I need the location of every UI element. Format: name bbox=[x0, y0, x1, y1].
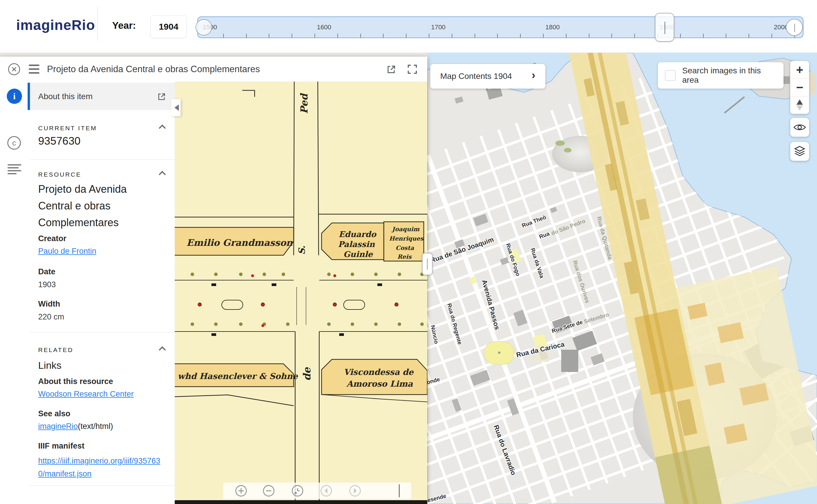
viewer-zoom-in-button[interactable] bbox=[235, 485, 247, 498]
sheet-edge bbox=[175, 500, 427, 504]
creator-link[interactable]: Paulo de Frontin bbox=[38, 247, 96, 256]
imaginerio-link[interactable]: imagineRio bbox=[38, 422, 78, 431]
parcel-label: Costa bbox=[396, 244, 414, 251]
parcel-label: Reis bbox=[397, 253, 412, 260]
compass-button[interactable] bbox=[790, 97, 809, 114]
viewer-menu-button[interactable] bbox=[29, 65, 39, 74]
historical-map-viewport[interactable]: Emilio Grandmasson Eduardo Palassin Guin… bbox=[175, 82, 427, 504]
map-canvas[interactable]: Rua de São Joaquim Rua Theó Rua Rua do F… bbox=[427, 53, 817, 504]
toolbar-divider bbox=[399, 484, 400, 497]
parcel-label: Amoroso Lima bbox=[346, 379, 413, 389]
width-label: Width bbox=[38, 300, 60, 309]
woodson-research-center-link[interactable]: Woodson Research Center bbox=[38, 390, 134, 399]
timeline-label-1800: 1800 bbox=[545, 23, 560, 31]
parcel-label: Joaquim bbox=[391, 226, 420, 233]
timeline-range-end-handle[interactable] bbox=[786, 19, 803, 36]
timeline-slider[interactable]: 1500 1600 1700 1800 1900 2000 bbox=[197, 16, 804, 38]
external-link-icon bbox=[156, 92, 166, 102]
about-item-external-button[interactable] bbox=[156, 92, 166, 102]
imaginerio-app: imagineRio Year: 1904 1500 1600 1700 180… bbox=[0, 0, 817, 504]
year-input[interactable]: 1904 bbox=[150, 15, 187, 38]
current-item-section-label: CURRENT ITEM bbox=[38, 125, 97, 132]
minus-circle-icon bbox=[263, 485, 275, 497]
viewer-reset-zoom-button[interactable] bbox=[291, 485, 304, 498]
chevron-right-icon: › bbox=[531, 70, 535, 81]
arrow-left-circle-icon bbox=[320, 485, 333, 497]
arrow-right-circle-icon bbox=[349, 485, 361, 497]
historical-map-svg[interactable]: Emilio Grandmasson Eduardo Palassin Guin… bbox=[175, 82, 427, 504]
resource-section-label: RESOURCE bbox=[38, 171, 81, 178]
iiif-manifest-label: IIIF manifest bbox=[38, 442, 85, 451]
map-contents-label: Map Contents 1904 bbox=[440, 72, 512, 81]
external-link-icon bbox=[386, 64, 397, 75]
search-area-control[interactable]: Search images in this area bbox=[658, 62, 784, 89]
metadata-sidebar: About this item CURRENT ITEM 9357630 RES… bbox=[30, 82, 175, 504]
viewer-icon-rail: i c bbox=[0, 82, 29, 504]
timeline-label-1600: 1600 bbox=[317, 23, 331, 31]
divider bbox=[97, 6, 98, 41]
map-zoom-controls: + − bbox=[790, 61, 809, 114]
minus-icon: − bbox=[796, 81, 804, 94]
plus-circle-icon bbox=[235, 485, 247, 497]
divider bbox=[30, 332, 175, 333]
iiif-viewer-panel: Projeto da Avenida Central e obras Compl… bbox=[0, 57, 427, 504]
viewer-header: Projeto da Avenida Central e obras Compl… bbox=[0, 57, 427, 82]
search-area-label: Search images in this area bbox=[682, 66, 777, 85]
viewer-previous-button[interactable] bbox=[320, 485, 333, 498]
street-name-ped: Ped bbox=[298, 93, 310, 114]
imaginerio-logo[interactable]: imagineRio bbox=[16, 17, 95, 33]
zoom-in-button[interactable]: + bbox=[790, 61, 809, 79]
parcel-label: Guinle bbox=[343, 250, 373, 259]
creator-label: Creator bbox=[38, 234, 66, 243]
resource-title: Projeto da Avenida Central e obras Compl… bbox=[38, 181, 161, 231]
parcel-label: whd Hasenclever & Sohne bbox=[178, 371, 298, 381]
layers-button[interactable] bbox=[790, 142, 809, 161]
timeline-range-start-handle[interactable] bbox=[195, 19, 212, 35]
active-tab-indicator bbox=[28, 83, 30, 110]
street-name-s: S. bbox=[297, 246, 307, 255]
timeline-current-year-thumb[interactable] bbox=[655, 13, 674, 42]
street-name-de: de bbox=[301, 367, 313, 381]
manifest-url-wrap: https://iiif.imaginerio.org/iiif/9357630… bbox=[38, 454, 164, 480]
parcel-label: Emilio Grandmasson bbox=[186, 237, 293, 248]
related-section-label: RELATED bbox=[38, 346, 73, 354]
viewer-toolbar bbox=[223, 483, 411, 499]
top-bar: imagineRio Year: 1904 1500 1600 1700 180… bbox=[0, 0, 817, 53]
viewer-next-button[interactable] bbox=[349, 485, 361, 498]
collapse-related-chevron[interactable] bbox=[158, 346, 165, 353]
plus-icon: + bbox=[796, 64, 804, 76]
collapse-current-item-chevron[interactable] bbox=[158, 124, 165, 131]
parcel-label: Viscondessa de bbox=[344, 367, 414, 377]
map-sheet bbox=[175, 82, 427, 504]
timeline-label-1700: 1700 bbox=[431, 23, 445, 31]
fullscreen-button[interactable] bbox=[407, 64, 418, 75]
copyright-tab-button[interactable]: c bbox=[7, 136, 21, 150]
manifest-url-link[interactable]: https://iiif.imaginerio.org/iiif/9357630… bbox=[38, 456, 160, 478]
about-item-label: About this item bbox=[38, 92, 92, 101]
open-external-button[interactable] bbox=[386, 64, 397, 75]
visibility-button[interactable] bbox=[790, 118, 809, 137]
timeline-ticks bbox=[201, 34, 800, 38]
viewer-title: Projeto da Avenida Central e obras Compl… bbox=[47, 64, 260, 75]
see-also-value: imagineRio(text/html) bbox=[38, 422, 113, 431]
close-viewer-button[interactable] bbox=[7, 62, 21, 76]
width-value: 220 cm bbox=[38, 312, 64, 322]
map-contents-button[interactable]: Map Contents 1904 › bbox=[430, 64, 545, 89]
compass-icon bbox=[796, 99, 803, 111]
layers-icon bbox=[794, 145, 806, 158]
sidebar-collapse-tab[interactable] bbox=[171, 99, 180, 116]
collapse-resource-chevron[interactable] bbox=[158, 171, 165, 178]
metadata-list-tab-button[interactable] bbox=[8, 164, 21, 176]
zoom-out-button[interactable]: − bbox=[790, 79, 809, 96]
about-item-header[interactable]: About this item bbox=[30, 83, 175, 110]
info-tab-button[interactable]: i bbox=[7, 89, 22, 104]
panel-resize-handle[interactable] bbox=[422, 253, 433, 275]
see-also-suffix: (text/html) bbox=[78, 422, 113, 431]
eye-icon bbox=[793, 123, 806, 132]
about-resource-label: About this resource bbox=[38, 377, 113, 386]
parcel-label: Henriques bbox=[389, 235, 424, 242]
base-map-svg[interactable]: Rua de São Joaquim Rua Theó Rua Rua do F… bbox=[427, 53, 817, 504]
search-area-checkbox[interactable] bbox=[665, 70, 676, 81]
viewer-zoom-out-button[interactable] bbox=[263, 485, 275, 498]
parcel-label: Eduardo bbox=[339, 230, 377, 239]
